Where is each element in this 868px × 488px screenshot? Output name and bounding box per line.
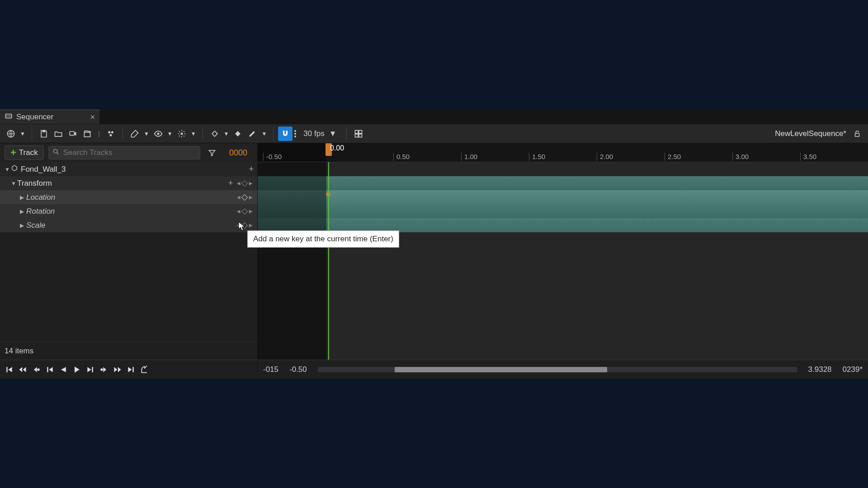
svg-rect-16 — [355, 134, 359, 137]
expand-icon[interactable]: ▶ — [20, 208, 26, 215]
key-mode-dropdown[interactable]: ▼ — [208, 127, 231, 141]
search-icon — [52, 148, 60, 157]
timeline-area: 0.00 -0.50 0.50 1.00 1.50 2.00 2.50 3.00… — [258, 143, 868, 379]
tab-close-button[interactable]: × — [90, 113, 95, 122]
world-button[interactable]: ▼ — [4, 127, 27, 141]
actions-button[interactable] — [104, 127, 118, 141]
time-ruler[interactable]: 0.00 -0.50 0.50 1.00 1.50 2.00 2.50 3.00… — [258, 143, 868, 162]
next-key-button[interactable]: ► — [248, 208, 254, 215]
add-track-label: Track — [19, 148, 38, 157]
expand-icon[interactable]: ▼ — [5, 166, 11, 173]
go-to-end-button[interactable] — [127, 365, 136, 374]
location-track-row[interactable]: ▶ Location ◄► — [0, 190, 257, 204]
expand-icon[interactable]: ▼ — [11, 180, 17, 187]
auto-key-button[interactable] — [231, 127, 245, 141]
render-button[interactable] — [66, 127, 80, 141]
ruler-tick: 3.00 — [732, 153, 749, 161]
prev-key-button[interactable]: ◄ — [236, 208, 241, 215]
actions-dropdown[interactable]: ▼ — [127, 127, 151, 141]
play-reverse-button[interactable] — [59, 365, 68, 374]
svg-rect-22 — [37, 368, 40, 371]
next-key-button[interactable]: ► — [248, 222, 254, 229]
loop-button[interactable] — [140, 365, 149, 374]
svg-rect-17 — [359, 134, 362, 137]
save-button[interactable] — [37, 127, 51, 141]
add-section-button[interactable]: + — [228, 178, 233, 188]
jump-forward-button[interactable] — [113, 365, 122, 374]
range-end-time[interactable]: 3.9328 — [808, 365, 832, 374]
rotation-clip[interactable] — [258, 204, 868, 218]
range-start-time[interactable]: -0.50 — [289, 365, 307, 374]
ruler-tick: -0.50 — [263, 153, 282, 161]
expand-icon[interactable]: ▶ — [20, 194, 26, 201]
view-dropdown[interactable]: ▼ — [151, 127, 175, 141]
chevron-down-icon: ▼ — [18, 131, 27, 137]
transform-clip[interactable] — [258, 176, 868, 190]
tab-bar: Sequencer × — [0, 109, 868, 124]
svg-point-10 — [157, 132, 159, 135]
playhead-time-label: 0.00 — [330, 144, 344, 152]
snap-options-button[interactable] — [294, 130, 298, 137]
next-key-button[interactable]: ► — [248, 180, 254, 187]
mouse-cursor — [238, 221, 245, 233]
add-track-button[interactable]: + Track — [5, 145, 44, 160]
transform-track-row[interactable]: ▼ Transform + ◄► — [0, 176, 257, 190]
add-key-button[interactable] — [241, 194, 248, 200]
range-scrollbar[interactable] — [318, 367, 797, 372]
svg-rect-18 — [855, 133, 859, 136]
prev-key-button[interactable]: ◄ — [236, 194, 241, 201]
step-forward-button[interactable] — [86, 365, 95, 374]
range-thumb[interactable] — [395, 367, 607, 372]
fps-dropdown[interactable]: 30 fps▼ — [298, 129, 342, 138]
rotation-track-row[interactable]: ▶ Rotation ◄► — [0, 204, 257, 218]
sequencer-icon — [5, 112, 13, 122]
filter-button[interactable] — [205, 145, 219, 160]
step-back-button[interactable] — [45, 365, 54, 374]
go-to-start-button[interactable] — [5, 365, 14, 374]
search-tracks-field[interactable] — [48, 146, 200, 160]
svg-point-19 — [53, 150, 57, 153]
sequencer-panel: Sequencer × ▼ ⋮ ▼ ▼ ▼ ▼ ▼ 30 fps▼ NewLev… — [0, 109, 868, 379]
toolbar: ▼ ⋮ ▼ ▼ ▼ ▼ ▼ 30 fps▼ NewLevelSequence* — [0, 124, 868, 143]
add-section-button[interactable]: + — [249, 164, 254, 174]
browse-button[interactable] — [51, 127, 66, 141]
svg-rect-4 — [42, 130, 46, 132]
range-start-frame[interactable]: -015 — [263, 365, 278, 374]
step-forward-key-button[interactable] — [99, 365, 108, 374]
track-tree: ▼ Fond_Wall_3 + ▼ Transform + ◄► ▶ Locat… — [0, 162, 257, 342]
track-outliner: + Track 0000 ▼ Fond_Wall_3 + ▼ — [0, 143, 258, 379]
expand-icon[interactable]: ▶ — [20, 222, 26, 229]
scale-track-row[interactable]: ▶ Scale ◄► — [0, 218, 257, 232]
snap-toggle[interactable] — [278, 127, 292, 141]
svg-point-9 — [109, 134, 112, 136]
edit-mode-dropdown[interactable]: ▼ — [245, 127, 269, 141]
svg-rect-15 — [359, 130, 362, 133]
sequencer-tab[interactable]: Sequencer × — [0, 109, 99, 124]
step-back-key-button[interactable] — [32, 365, 41, 374]
actor-track-row[interactable]: ▼ Fond_Wall_3 + — [0, 162, 257, 176]
play-button[interactable] — [72, 365, 81, 374]
track-lane[interactable] — [258, 162, 868, 176]
playback-dropdown[interactable]: ▼ — [175, 127, 198, 141]
add-key-button[interactable] — [241, 208, 248, 214]
next-key-button[interactable]: ► — [248, 194, 254, 201]
svg-point-11 — [180, 132, 183, 135]
chevron-down-icon: ▼ — [329, 129, 337, 138]
location-clip[interactable] — [258, 190, 868, 204]
current-frame-field[interactable]: 0000 — [224, 148, 253, 158]
fps-label: 30 fps — [303, 129, 324, 138]
lock-button[interactable] — [850, 127, 864, 141]
svg-rect-13 — [236, 131, 241, 136]
tracks-area[interactable] — [258, 162, 868, 360]
location-label: Location — [26, 193, 236, 202]
ruler-tick: 3.50 — [800, 153, 816, 161]
prev-key-button[interactable]: ◄ — [236, 180, 241, 187]
add-key-button[interactable] — [241, 180, 248, 186]
curve-editor-button[interactable] — [351, 127, 366, 141]
director-button[interactable]: ⋮ — [80, 127, 104, 141]
scale-label: Scale — [26, 221, 236, 230]
search-input[interactable] — [63, 148, 196, 157]
range-end-frame[interactable]: 0239* — [843, 365, 863, 374]
jump-back-button[interactable] — [18, 365, 27, 374]
range-bar: -015 -0.50 3.9328 0239* — [258, 360, 868, 379]
